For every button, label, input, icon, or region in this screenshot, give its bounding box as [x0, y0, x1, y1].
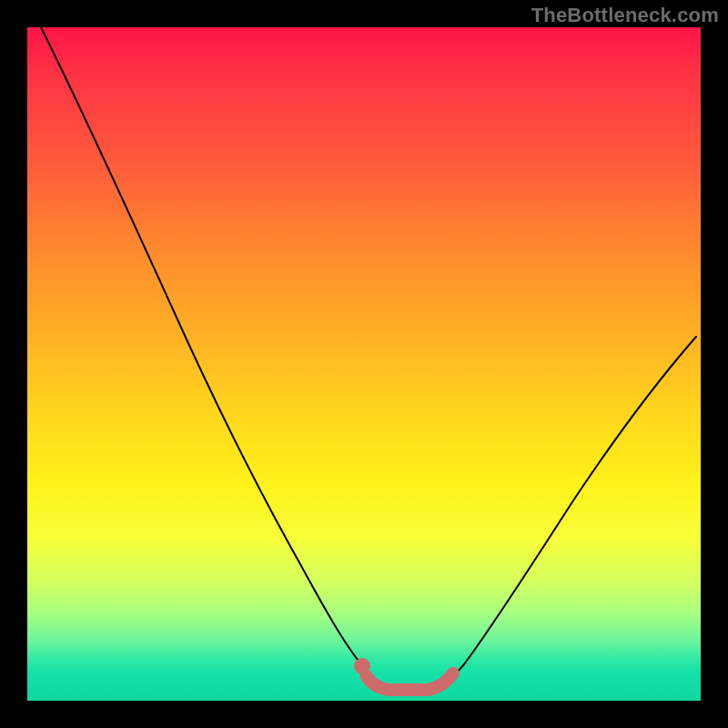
chart-stage: TheBottleneck.com — [0, 0, 728, 728]
bottleneck-curve — [41, 27, 696, 692]
marker-range — [366, 673, 453, 690]
watermark-text: TheBottleneck.com — [531, 4, 719, 27]
plot-area — [27, 27, 701, 701]
curve-svg — [27, 27, 701, 701]
